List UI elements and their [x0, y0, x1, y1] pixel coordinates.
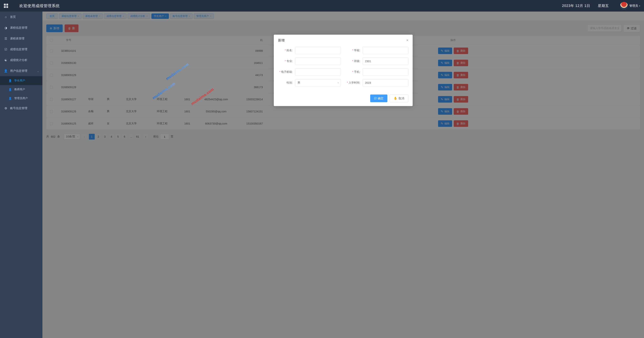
sidebar-item-grade-analyze[interactable]: ☯ 成绩统计分析	[0, 55, 42, 65]
sidebar-item-label: 课程信息管理	[10, 26, 28, 30]
phone-input[interactable]	[362, 68, 408, 76]
sidebar-subitem-label: 教师用户	[14, 88, 25, 91]
check-icon: ☑	[4, 47, 8, 51]
close-icon[interactable]: ×	[406, 38, 408, 42]
field-label-enroll: *入学时间:	[346, 81, 362, 84]
main-panel: 首页课程信息管理×课程表管理×成绩信息管理×成绩统计分析×学生用户×账号信息管理…	[42, 11, 644, 338]
sidebar-item-label: 成绩信息管理	[10, 47, 28, 51]
sidebar-item-label: 用户信息管理	[10, 69, 28, 73]
field-label-sex: 性别:	[278, 81, 295, 84]
cancel-label: 取消	[398, 97, 404, 100]
sidebar-item-schedule[interactable]: ☰ 课程表管理	[0, 33, 42, 44]
field-label-major: *专业:	[278, 59, 295, 63]
school-input[interactable]	[362, 47, 408, 54]
sidebar-item-label: 账号信息管理	[10, 106, 28, 110]
name-input[interactable]	[295, 47, 341, 54]
sidebar-subitem-admin[interactable]: 👤 管理员用户	[0, 94, 42, 103]
sidebar-subitem-label: 学生用户	[14, 79, 25, 82]
liste-icon: ☰	[4, 37, 8, 40]
sidebar-item-grade-info[interactable]: ☑ 成绩信息管理	[0, 44, 42, 55]
sidebar-item-label: 课程表管理	[10, 37, 24, 40]
user-icon: 👤	[4, 69, 8, 73]
sidebar-submenu-user: 👤 学生用户 👤 教师用户 👤 管理员用户	[0, 76, 42, 103]
gear-icon: ⚙	[4, 106, 8, 110]
chevron-down-icon: ▾	[639, 5, 640, 7]
user-icon: 👤	[8, 96, 12, 100]
sidebar-subitem-student[interactable]: 👤 学生用户	[0, 76, 42, 85]
sidebar-subitem-label: 管理员用户	[14, 97, 28, 100]
user-icon: 👤	[8, 88, 12, 91]
field-label-school: *学校:	[346, 49, 362, 52]
user-menu[interactable]: 管理员 ▾	[629, 4, 640, 8]
email-input[interactable]	[295, 68, 341, 76]
user-icon: 👤	[8, 79, 12, 83]
add-dialog: 新增 × *姓名: *学校: *专业: *班级:	[274, 35, 412, 106]
dialog-title: 新增	[278, 38, 284, 42]
sidebar-item-label: 首页	[10, 15, 16, 19]
dialog-header: 新增 ×	[274, 35, 412, 45]
hand-icon: ✋	[394, 97, 398, 100]
field-label-class: *班级:	[346, 59, 362, 63]
sidebar-subitem-teacher[interactable]: 👤 教师用户	[0, 85, 42, 94]
user-name: 管理员	[629, 4, 638, 8]
sidebar-item-label: 成绩统计分析	[10, 58, 28, 62]
drop-icon: ◑	[4, 26, 8, 30]
cancel-button[interactable]: ✋ 取消	[390, 95, 408, 102]
app-title: 欢迎使用成绩管理系统	[19, 3, 60, 8]
check-icon: ☑	[374, 97, 376, 100]
sidebar-item-user-manage[interactable]: 👤 用户信息管理 ˄	[0, 65, 42, 76]
home-icon: ⌂	[4, 15, 8, 19]
analyze-icon: ☯	[4, 58, 8, 62]
dialog-body: *姓名: *学校: *专业: *班级:	[274, 45, 412, 92]
sidebar-item-home[interactable]: ⌂ 首页	[0, 11, 42, 22]
app-header: 欢迎使用成绩管理系统 2023年 12月 1日 星期五 管理员 ▾	[0, 0, 644, 11]
sidebar-item-account[interactable]: ⚙ 账号信息管理	[0, 103, 42, 114]
chevron-up-icon: ˄	[38, 70, 38, 72]
field-label-email: *电子邮箱:	[278, 70, 295, 74]
avatar[interactable]	[620, 2, 628, 10]
enroll-input[interactable]	[362, 79, 408, 86]
confirm-button[interactable]: ☑ 确定	[370, 95, 387, 102]
header-date: 2023年 12月 1日	[562, 3, 590, 8]
header-weekday: 星期五	[598, 3, 609, 8]
major-input[interactable]	[295, 58, 341, 65]
menu-grid-icon[interactable]	[4, 4, 8, 8]
field-label-name: *姓名:	[278, 49, 295, 52]
class-input[interactable]	[362, 58, 408, 65]
sex-select[interactable]: 男	[295, 79, 341, 86]
sidebar-item-course-info[interactable]: ◑ 课程信息管理	[0, 22, 42, 33]
dialog-footer: ☑ 确定 ✋ 取消	[274, 92, 412, 106]
sidebar: ⌂ 首页 ◑ 课程信息管理 ☰ 课程表管理 ☑ 成绩信息管理 ☯ 成绩统计分析 …	[0, 11, 42, 338]
confirm-label: 确定	[378, 97, 384, 100]
field-label-phone: *手机:	[346, 70, 362, 74]
